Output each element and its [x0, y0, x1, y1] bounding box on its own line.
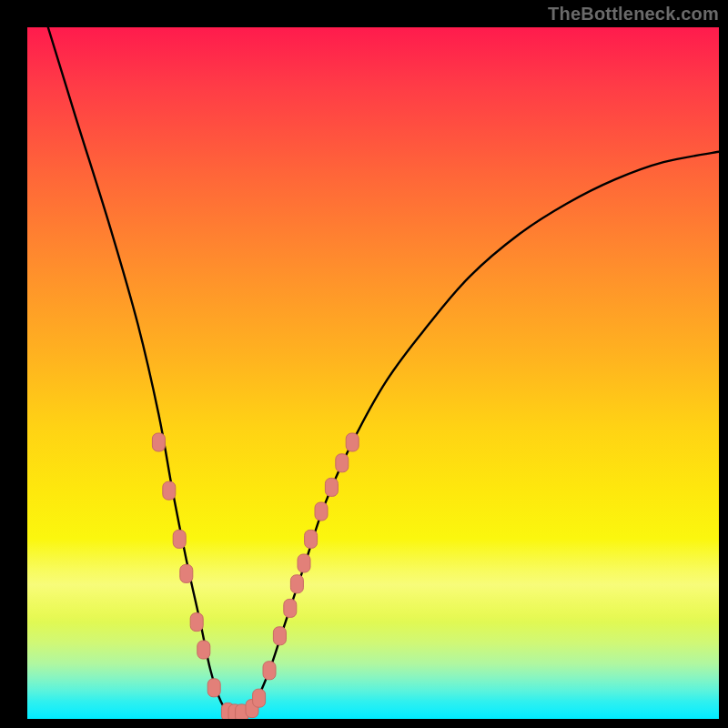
marker-point: [273, 627, 286, 645]
marker-point: [263, 662, 276, 680]
chart-frame: TheBottleneck.com: [0, 0, 728, 728]
marker-point: [290, 575, 303, 593]
marker-point: [305, 530, 318, 548]
chart-svg: [27, 27, 719, 719]
marker-point: [190, 613, 203, 632]
marker-point: [346, 433, 359, 451]
watermark-text: TheBottleneck.com: [548, 4, 719, 25]
marker-point: [325, 478, 338, 496]
plot-area: [27, 27, 719, 719]
marker-point: [163, 481, 176, 500]
marker-point: [284, 599, 297, 617]
marker-point: [298, 554, 310, 572]
marker-group: [152, 433, 359, 719]
marker-point: [336, 454, 349, 472]
marker-point: [207, 679, 220, 697]
marker-point: [180, 564, 193, 582]
marker-point: [197, 641, 210, 659]
marker-point: [152, 433, 165, 451]
marker-point: [253, 689, 266, 707]
bottleneck-curve: [48, 27, 719, 717]
marker-point: [315, 502, 328, 521]
marker-point: [173, 530, 186, 548]
